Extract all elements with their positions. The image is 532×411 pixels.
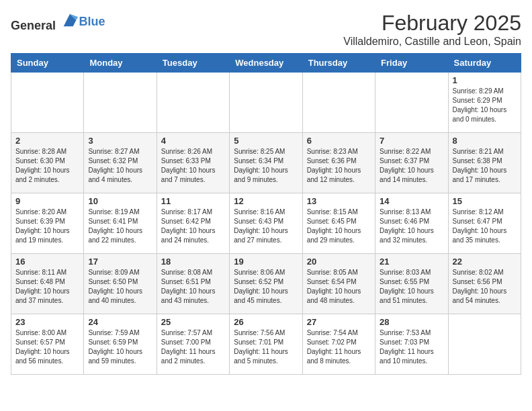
calendar-subtitle: Villaldemiro, Castille and Leon, Spain — [343, 36, 521, 48]
weekday-header-sunday: Sunday — [11, 54, 84, 73]
calendar-cell: 10Sunrise: 8:19 AM Sunset: 6:41 PM Dayli… — [84, 193, 157, 254]
day-number: 20 — [307, 257, 371, 267]
day-info: Sunrise: 8:22 AM Sunset: 6:37 PM Dayligh… — [380, 147, 443, 185]
day-number: 8 — [453, 136, 517, 146]
day-number: 24 — [88, 317, 152, 327]
calendar-cell: 22Sunrise: 8:02 AM Sunset: 6:56 PM Dayli… — [448, 254, 521, 314]
calendar-cell: 25Sunrise: 7:57 AM Sunset: 7:00 PM Dayli… — [157, 314, 229, 375]
day-info: Sunrise: 8:27 AM Sunset: 6:32 PM Dayligh… — [88, 147, 152, 185]
calendar-table: SundayMondayTuesdayWednesdayThursdayFrid… — [11, 53, 521, 375]
calendar-cell: 21Sunrise: 8:03 AM Sunset: 6:55 PM Dayli… — [375, 254, 448, 314]
calendar-cell: 11Sunrise: 8:17 AM Sunset: 6:42 PM Dayli… — [157, 193, 229, 254]
day-info: Sunrise: 8:20 AM Sunset: 6:39 PM Dayligh… — [15, 208, 79, 245]
calendar-cell: 12Sunrise: 8:16 AM Sunset: 6:43 PM Dayli… — [230, 193, 302, 254]
day-info: Sunrise: 8:28 AM Sunset: 6:30 PM Dayligh… — [15, 147, 79, 185]
day-number: 25 — [161, 317, 225, 327]
day-info: Sunrise: 8:12 AM Sunset: 6:47 PM Dayligh… — [453, 208, 517, 245]
calendar-week-row: 16Sunrise: 8:11 AM Sunset: 6:48 PM Dayli… — [11, 254, 521, 314]
calendar-cell — [448, 314, 521, 375]
calendar-cell: 24Sunrise: 7:59 AM Sunset: 6:59 PM Dayli… — [84, 314, 157, 375]
day-info: Sunrise: 8:09 AM Sunset: 6:50 PM Dayligh… — [88, 268, 152, 306]
weekday-header-thursday: Thursday — [302, 54, 375, 73]
calendar-cell — [157, 73, 229, 133]
day-info: Sunrise: 8:08 AM Sunset: 6:51 PM Dayligh… — [161, 268, 225, 306]
logo-icon — [60, 11, 79, 30]
day-number: 28 — [380, 317, 443, 327]
day-info: Sunrise: 8:11 AM Sunset: 6:48 PM Dayligh… — [15, 268, 79, 306]
day-number: 10 — [88, 196, 152, 206]
day-info: Sunrise: 8:13 AM Sunset: 6:46 PM Dayligh… — [380, 208, 443, 245]
calendar-cell: 15Sunrise: 8:12 AM Sunset: 6:47 PM Dayli… — [448, 193, 521, 254]
page-header: General Blue February 2025 Villaldemiro,… — [11, 11, 521, 48]
calendar-cell: 6Sunrise: 8:23 AM Sunset: 6:36 PM Daylig… — [302, 133, 375, 193]
day-info: Sunrise: 8:26 AM Sunset: 6:33 PM Dayligh… — [161, 147, 225, 185]
day-info: Sunrise: 8:05 AM Sunset: 6:54 PM Dayligh… — [307, 268, 371, 306]
day-number: 9 — [15, 196, 79, 206]
day-info: Sunrise: 7:54 AM Sunset: 7:02 PM Dayligh… — [307, 328, 371, 366]
calendar-cell: 7Sunrise: 8:22 AM Sunset: 6:37 PM Daylig… — [375, 133, 448, 193]
day-number: 11 — [161, 196, 225, 206]
weekday-header-monday: Monday — [84, 54, 157, 73]
day-number: 7 — [380, 136, 443, 146]
day-number: 19 — [234, 257, 298, 267]
calendar-cell: 3Sunrise: 8:27 AM Sunset: 6:32 PM Daylig… — [84, 133, 157, 193]
calendar-cell — [230, 73, 302, 133]
day-info: Sunrise: 8:23 AM Sunset: 6:36 PM Dayligh… — [307, 147, 371, 185]
day-number: 22 — [453, 257, 517, 267]
weekday-header-saturday: Saturday — [448, 54, 521, 73]
calendar-cell: 14Sunrise: 8:13 AM Sunset: 6:46 PM Dayli… — [375, 193, 448, 254]
day-info: Sunrise: 7:57 AM Sunset: 7:00 PM Dayligh… — [161, 328, 225, 366]
calendar-cell: 27Sunrise: 7:54 AM Sunset: 7:02 PM Dayli… — [302, 314, 375, 375]
day-number: 16 — [15, 257, 79, 267]
day-number: 17 — [88, 257, 152, 267]
weekday-header-friday: Friday — [375, 54, 448, 73]
day-number: 27 — [307, 317, 371, 327]
logo-text-blue: Blue — [79, 15, 105, 28]
day-number: 23 — [15, 317, 79, 327]
day-number: 15 — [453, 196, 517, 206]
day-info: Sunrise: 8:16 AM Sunset: 6:43 PM Dayligh… — [234, 208, 298, 245]
day-info: Sunrise: 7:56 AM Sunset: 7:01 PM Dayligh… — [234, 328, 298, 366]
logo-text-general: General — [11, 19, 56, 32]
day-info: Sunrise: 8:25 AM Sunset: 6:34 PM Dayligh… — [234, 147, 298, 185]
calendar-week-row: 2Sunrise: 8:28 AM Sunset: 6:30 PM Daylig… — [11, 133, 521, 193]
day-info: Sunrise: 8:19 AM Sunset: 6:41 PM Dayligh… — [88, 208, 152, 245]
calendar-cell: 17Sunrise: 8:09 AM Sunset: 6:50 PM Dayli… — [84, 254, 157, 314]
day-info: Sunrise: 8:17 AM Sunset: 6:42 PM Dayligh… — [161, 208, 225, 245]
weekday-header-wednesday: Wednesday — [230, 54, 302, 73]
day-info: Sunrise: 8:02 AM Sunset: 6:56 PM Dayligh… — [453, 268, 517, 306]
calendar-week-row: 1Sunrise: 8:29 AM Sunset: 6:29 PM Daylig… — [11, 73, 521, 133]
calendar-week-row: 9Sunrise: 8:20 AM Sunset: 6:39 PM Daylig… — [11, 193, 521, 254]
day-info: Sunrise: 8:15 AM Sunset: 6:45 PM Dayligh… — [307, 208, 371, 245]
calendar-cell: 20Sunrise: 8:05 AM Sunset: 6:54 PM Dayli… — [302, 254, 375, 314]
calendar-cell: 19Sunrise: 8:06 AM Sunset: 6:52 PM Dayli… — [230, 254, 302, 314]
calendar-title: February 2025 — [343, 11, 521, 36]
day-number: 14 — [380, 196, 443, 206]
calendar-cell: 5Sunrise: 8:25 AM Sunset: 6:34 PM Daylig… — [230, 133, 302, 193]
day-number: 2 — [15, 136, 79, 146]
day-number: 6 — [307, 136, 371, 146]
day-info: Sunrise: 7:53 AM Sunset: 7:03 PM Dayligh… — [380, 328, 443, 366]
day-info: Sunrise: 8:06 AM Sunset: 6:52 PM Dayligh… — [234, 268, 298, 306]
day-number: 12 — [234, 196, 298, 206]
calendar-cell: 2Sunrise: 8:28 AM Sunset: 6:30 PM Daylig… — [11, 133, 84, 193]
calendar-cell: 13Sunrise: 8:15 AM Sunset: 6:45 PM Dayli… — [302, 193, 375, 254]
weekday-header-row: SundayMondayTuesdayWednesdayThursdayFrid… — [11, 54, 521, 73]
calendar-cell: 26Sunrise: 7:56 AM Sunset: 7:01 PM Dayli… — [230, 314, 302, 375]
calendar-cell: 23Sunrise: 8:00 AM Sunset: 6:57 PM Dayli… — [11, 314, 84, 375]
day-info: Sunrise: 7:59 AM Sunset: 6:59 PM Dayligh… — [88, 328, 152, 366]
day-number: 5 — [234, 136, 298, 146]
day-info: Sunrise: 8:00 AM Sunset: 6:57 PM Dayligh… — [15, 328, 79, 366]
calendar-cell — [302, 73, 375, 133]
day-number: 3 — [88, 136, 152, 146]
calendar-cell: 16Sunrise: 8:11 AM Sunset: 6:48 PM Dayli… — [11, 254, 84, 314]
calendar-cell: 8Sunrise: 8:21 AM Sunset: 6:38 PM Daylig… — [448, 133, 521, 193]
calendar-cell — [375, 73, 448, 133]
calendar-cell: 28Sunrise: 7:53 AM Sunset: 7:03 PM Dayli… — [375, 314, 448, 375]
calendar-cell — [84, 73, 157, 133]
calendar-cell: 4Sunrise: 8:26 AM Sunset: 6:33 PM Daylig… — [157, 133, 229, 193]
day-info: Sunrise: 8:03 AM Sunset: 6:55 PM Dayligh… — [380, 268, 443, 306]
calendar-cell: 18Sunrise: 8:08 AM Sunset: 6:51 PM Dayli… — [157, 254, 229, 314]
weekday-header-tuesday: Tuesday — [157, 54, 229, 73]
day-number: 1 — [453, 75, 517, 85]
